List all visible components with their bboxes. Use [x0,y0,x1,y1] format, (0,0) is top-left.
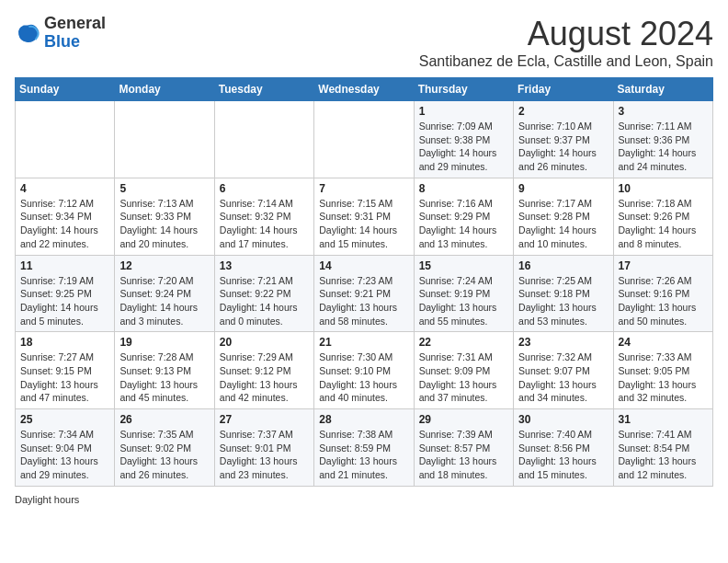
day-number: 1 [419,105,508,118]
day-of-week-header: Thursday [414,78,513,101]
day-info: Sunrise: 7:15 AM Sunset: 9:31 PM Dayligh… [319,197,408,251]
calendar-cell: 10Sunrise: 7:18 AM Sunset: 9:26 PM Dayli… [613,178,712,255]
calendar-cell: 12Sunrise: 7:20 AM Sunset: 9:24 PM Dayli… [115,255,214,332]
day-of-week-header: Friday [514,78,613,101]
day-info: Sunrise: 7:14 AM Sunset: 9:32 PM Dayligh… [220,197,309,251]
day-number: 4 [20,182,109,195]
day-number: 13 [220,259,309,272]
day-info: Sunrise: 7:32 AM Sunset: 9:07 PM Dayligh… [518,350,608,405]
logo-icon [15,20,40,46]
calendar-cell: 24Sunrise: 7:33 AM Sunset: 9:05 PM Dayli… [613,332,712,409]
calendar-cell: 6Sunrise: 7:14 AM Sunset: 9:32 PM Daylig… [214,178,313,255]
calendar-cell [214,101,313,178]
day-number: 9 [518,182,608,195]
day-number: 14 [319,259,408,272]
calendar-cell: 5Sunrise: 7:13 AM Sunset: 9:33 PM Daylig… [115,178,214,255]
calendar-cell: 29Sunrise: 7:39 AM Sunset: 8:57 PM Dayli… [414,409,513,487]
day-info: Sunrise: 7:33 AM Sunset: 9:05 PM Dayligh… [619,350,708,405]
day-info: Sunrise: 7:30 AM Sunset: 9:10 PM Dayligh… [319,350,408,405]
day-of-week-header: Saturday [613,78,712,101]
day-number: 2 [518,105,608,118]
calendar-cell: 21Sunrise: 7:30 AM Sunset: 9:10 PM Dayli… [314,332,414,409]
day-number: 15 [419,259,508,272]
calendar-cell: 25Sunrise: 7:34 AM Sunset: 9:04 PM Dayli… [16,409,115,487]
calendar-cell: 14Sunrise: 7:23 AM Sunset: 9:21 PM Dayli… [314,255,414,332]
day-number: 3 [619,105,708,118]
day-info: Sunrise: 7:39 AM Sunset: 8:57 PM Dayligh… [419,428,508,482]
calendar-week-row: 11Sunrise: 7:19 AM Sunset: 9:25 PM Dayli… [16,255,713,332]
day-number: 10 [619,182,708,195]
day-info: Sunrise: 7:41 AM Sunset: 8:54 PM Dayligh… [619,428,708,482]
day-info: Sunrise: 7:28 AM Sunset: 9:13 PM Dayligh… [119,350,209,405]
calendar-week-row: 18Sunrise: 7:27 AM Sunset: 9:15 PM Dayli… [16,332,713,409]
day-info: Sunrise: 7:18 AM Sunset: 9:26 PM Dayligh… [619,197,708,251]
day-info: Sunrise: 7:20 AM Sunset: 9:24 PM Dayligh… [119,274,209,328]
day-info: Sunrise: 7:40 AM Sunset: 8:56 PM Dayligh… [518,428,608,482]
day-number: 19 [119,336,209,349]
day-number: 22 [419,336,508,349]
calendar-cell: 2Sunrise: 7:10 AM Sunset: 9:37 PM Daylig… [514,101,613,178]
location-title: Santibanez de Ecla, Castille and Leon, S… [419,53,713,70]
logo: General Blue [15,15,106,52]
daylight-hours-label: Daylight hours [15,494,79,505]
month-title: August 2024 [419,15,713,53]
day-info: Sunrise: 7:09 AM Sunset: 9:38 PM Dayligh… [419,120,508,174]
calendar-week-row: 25Sunrise: 7:34 AM Sunset: 9:04 PM Dayli… [16,409,713,487]
day-info: Sunrise: 7:24 AM Sunset: 9:19 PM Dayligh… [419,274,508,328]
calendar-cell: 11Sunrise: 7:19 AM Sunset: 9:25 PM Dayli… [16,255,115,332]
calendar-cell: 9Sunrise: 7:17 AM Sunset: 9:28 PM Daylig… [514,178,613,255]
calendar-cell: 3Sunrise: 7:11 AM Sunset: 9:36 PM Daylig… [613,101,712,178]
calendar-cell [314,101,414,178]
day-info: Sunrise: 7:19 AM Sunset: 9:25 PM Dayligh… [20,274,109,328]
day-info: Sunrise: 7:37 AM Sunset: 9:01 PM Dayligh… [220,428,309,482]
day-number: 31 [619,413,708,426]
day-info: Sunrise: 7:34 AM Sunset: 9:04 PM Dayligh… [20,428,109,482]
day-number: 5 [119,182,209,195]
footer-note: Daylight hours [15,494,713,505]
day-info: Sunrise: 7:35 AM Sunset: 9:02 PM Dayligh… [119,428,209,482]
calendar-cell: 27Sunrise: 7:37 AM Sunset: 9:01 PM Dayli… [214,409,313,487]
day-number: 17 [619,259,708,272]
day-of-week-header: Tuesday [214,78,313,101]
day-number: 7 [319,182,408,195]
calendar-cell: 22Sunrise: 7:31 AM Sunset: 9:09 PM Dayli… [414,332,513,409]
day-number: 27 [220,413,309,426]
day-number: 12 [119,259,209,272]
day-number: 18 [20,336,109,349]
day-info: Sunrise: 7:16 AM Sunset: 9:29 PM Dayligh… [419,197,508,251]
calendar-cell: 17Sunrise: 7:26 AM Sunset: 9:16 PM Dayli… [613,255,712,332]
day-number: 30 [518,413,608,426]
day-info: Sunrise: 7:26 AM Sunset: 9:16 PM Dayligh… [619,274,708,328]
calendar-cell: 18Sunrise: 7:27 AM Sunset: 9:15 PM Dayli… [16,332,115,409]
calendar-cell: 31Sunrise: 7:41 AM Sunset: 8:54 PM Dayli… [613,409,712,487]
day-info: Sunrise: 7:38 AM Sunset: 8:59 PM Dayligh… [319,428,408,482]
day-info: Sunrise: 7:25 AM Sunset: 9:18 PM Dayligh… [518,274,608,328]
calendar-cell: 26Sunrise: 7:35 AM Sunset: 9:02 PM Dayli… [115,409,214,487]
calendar-cell: 7Sunrise: 7:15 AM Sunset: 9:31 PM Daylig… [314,178,414,255]
calendar-cell [16,101,115,178]
calendar-cell: 15Sunrise: 7:24 AM Sunset: 9:19 PM Dayli… [414,255,513,332]
day-number: 8 [419,182,508,195]
day-number: 25 [20,413,109,426]
calendar-cell: 20Sunrise: 7:29 AM Sunset: 9:12 PM Dayli… [214,332,313,409]
day-info: Sunrise: 7:23 AM Sunset: 9:21 PM Dayligh… [319,274,408,328]
calendar-week-row: 4Sunrise: 7:12 AM Sunset: 9:34 PM Daylig… [16,178,713,255]
day-number: 28 [319,413,408,426]
day-info: Sunrise: 7:11 AM Sunset: 9:36 PM Dayligh… [619,120,708,174]
day-number: 21 [319,336,408,349]
day-info: Sunrise: 7:13 AM Sunset: 9:33 PM Dayligh… [119,197,209,251]
calendar-cell: 19Sunrise: 7:28 AM Sunset: 9:13 PM Dayli… [115,332,214,409]
day-info: Sunrise: 7:27 AM Sunset: 9:15 PM Dayligh… [20,350,109,405]
day-of-week-header: Wednesday [314,78,414,101]
calendar-cell: 13Sunrise: 7:21 AM Sunset: 9:22 PM Dayli… [214,255,313,332]
day-info: Sunrise: 7:10 AM Sunset: 9:37 PM Dayligh… [518,120,608,174]
day-number: 6 [220,182,309,195]
day-info: Sunrise: 7:31 AM Sunset: 9:09 PM Dayligh… [419,350,508,405]
title-block: August 2024 Santibanez de Ecla, Castille… [419,15,713,70]
day-info: Sunrise: 7:17 AM Sunset: 9:28 PM Dayligh… [518,197,608,251]
day-number: 29 [419,413,508,426]
logo-general-text: General [44,15,106,33]
header-row: SundayMondayTuesdayWednesdayThursdayFrid… [16,78,713,101]
calendar-table: SundayMondayTuesdayWednesdayThursdayFrid… [15,77,713,487]
day-number: 23 [518,336,608,349]
